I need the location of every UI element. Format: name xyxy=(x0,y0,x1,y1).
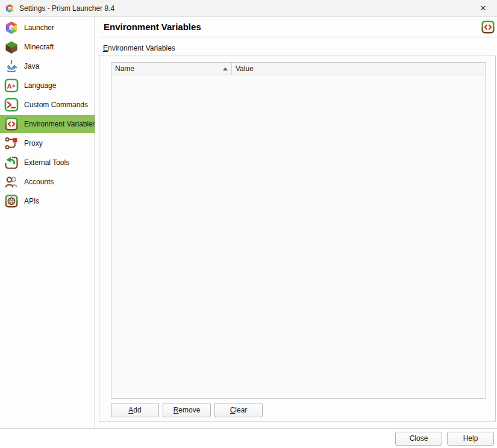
sidebar-item-label: Launcher xyxy=(24,23,54,32)
sidebar-item-label: Java xyxy=(24,62,39,70)
sidebar-item-label: Proxy xyxy=(24,139,43,148)
column-header-value[interactable]: Value xyxy=(232,63,486,75)
sidebar-item-accounts[interactable]: Accounts xyxy=(0,173,95,191)
column-header-name[interactable]: Name xyxy=(111,63,232,75)
sidebar-item-language[interactable]: A ✶ Language xyxy=(0,76,95,95)
table-actions: Add Remove Clear xyxy=(111,403,486,417)
sidebar-item-label: APIs xyxy=(24,197,39,205)
sidebar-item-custom-commands[interactable]: Custom Commands xyxy=(0,96,95,114)
environment-variables-groupbox: Name Value Add Remove Clear xyxy=(99,55,496,422)
window-content: Launcher Minecraft xyxy=(0,17,497,428)
sidebar-item-label: Accounts xyxy=(24,178,54,186)
environment-variables-table: Name Value xyxy=(111,62,486,399)
window-close-button[interactable]: ✕ xyxy=(469,0,497,16)
svg-text:✶: ✶ xyxy=(11,83,16,89)
sidebar-item-java[interactable]: Java xyxy=(0,57,95,75)
code-brackets-icon xyxy=(4,117,19,131)
column-header-value-label: Value xyxy=(236,64,254,73)
column-header-name-label: Name xyxy=(115,64,134,73)
close-button[interactable]: Close xyxy=(395,432,442,446)
external-tools-icon xyxy=(4,155,19,170)
sidebar-item-external-tools[interactable]: External Tools xyxy=(0,154,95,172)
prism-launcher-logo-icon xyxy=(5,4,14,13)
sidebar-item-environment-variables[interactable]: Environment Variables xyxy=(0,115,95,133)
table-body-empty[interactable] xyxy=(111,75,486,398)
sidebar-item-proxy[interactable]: Proxy xyxy=(0,134,95,152)
clear-button[interactable]: Clear xyxy=(214,403,263,417)
apis-globe-icon xyxy=(4,194,19,208)
page-title: Environment Variables xyxy=(104,22,201,32)
sidebar-item-minecraft[interactable]: Minecraft xyxy=(0,38,95,56)
header-separator xyxy=(99,37,497,37)
settings-window: Settings - Prism Launcher 8.4 ✕ xyxy=(0,0,497,448)
settings-sidebar: Launcher Minecraft xyxy=(0,17,95,428)
sidebar-item-label: External Tools xyxy=(24,158,69,167)
language-icon: A ✶ xyxy=(4,78,19,93)
add-button[interactable]: Add xyxy=(111,403,159,417)
dialog-footer: Close Help xyxy=(0,429,497,448)
prism-logo-icon xyxy=(4,20,19,35)
groupbox-title: Environment Variables xyxy=(103,44,497,52)
sidebar-item-label: Environment Variables xyxy=(24,120,95,128)
page-header: Environment Variables xyxy=(99,17,497,37)
sidebar-item-apis[interactable]: APIs xyxy=(0,192,95,210)
window-title: Settings - Prism Launcher 8.4 xyxy=(19,4,114,13)
sidebar-item-label: Language xyxy=(24,81,56,90)
java-icon xyxy=(4,59,19,73)
terminal-icon xyxy=(4,98,19,112)
remove-button[interactable]: Remove xyxy=(163,403,211,417)
accounts-icon xyxy=(4,175,19,189)
proxy-network-icon xyxy=(4,136,19,151)
code-brackets-icon xyxy=(481,20,495,34)
help-button[interactable]: Help xyxy=(447,432,494,446)
settings-page: Environment Variables Environment Variab… xyxy=(95,17,497,428)
sort-ascending-icon xyxy=(223,67,228,70)
table-header-row: Name Value xyxy=(111,63,486,75)
sidebar-item-label: Minecraft xyxy=(24,43,54,51)
sidebar-item-launcher[interactable]: Launcher xyxy=(0,19,95,37)
titlebar: Settings - Prism Launcher 8.4 ✕ xyxy=(0,0,497,17)
sidebar-item-label: Custom Commands xyxy=(24,101,88,109)
minecraft-block-icon xyxy=(4,40,19,54)
